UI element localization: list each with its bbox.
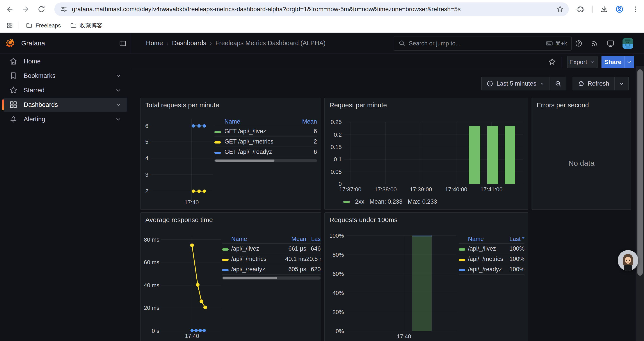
bell-icon [9, 115, 18, 124]
svg-text:17:37:00: 17:37:00 [339, 186, 361, 193]
series-name: GET /api/_/metrics [224, 138, 300, 145]
browser-menu-icon[interactable] [631, 5, 640, 14]
legend-header[interactable]: Last * [506, 236, 524, 242]
green-series-swatch [343, 201, 350, 203]
sidebar-item-alerting[interactable]: Alerting [4, 112, 127, 126]
breadcrumb-separator: › [166, 40, 168, 47]
series-legend[interactable]: 2xx Mean: 0.233 Max: 0.233 [343, 198, 437, 205]
browser-chrome: grafana.mathmast.com/d/deytv4rwavabkb/fr… [0, 0, 644, 33]
panel-total-requests: Total requests per minute 6543217:40 Nam… [140, 98, 321, 210]
average-response-chart[interactable]: 80 ms60 ms40 ms20 ms0 s17:40 [140, 233, 223, 340]
bookmark-star-icon[interactable] [556, 5, 564, 13]
legend-scrollbar[interactable] [222, 276, 321, 279]
breadcrumb-dashboards[interactable]: Dashboards [172, 40, 206, 47]
chevron-down-icon [619, 81, 624, 87]
favorite-star-icon[interactable] [547, 57, 557, 67]
panel-title[interactable]: Requests under 100ms [330, 216, 398, 224]
sidebar-item-starred[interactable]: Starred [4, 83, 127, 97]
url-text[interactable]: grafana.mathmast.com/d/deytv4rwavabkb/fr… [72, 6, 460, 13]
panel-title[interactable]: Total requests per minute [145, 101, 219, 109]
legend-header[interactable]: Las [306, 236, 321, 242]
legend-header[interactable]: Name [231, 236, 282, 242]
total-requests-chart[interactable]: 6543217:40 [140, 115, 216, 207]
legend-header[interactable]: Name [468, 236, 506, 242]
series-name: 2xx [355, 198, 364, 205]
help-icon[interactable] [574, 39, 584, 48]
no-data-message: No data [532, 159, 631, 167]
search-input[interactable] [409, 40, 546, 47]
legend-table: NameLast */api/_/livez100%/api/_/metrics… [459, 235, 524, 274]
legend-row[interactable]: GET /api/_/livez6 [214, 126, 317, 136]
site-info-icon[interactable] [60, 6, 68, 13]
profile-icon[interactable] [615, 5, 624, 14]
search-box[interactable]: ⌘+k [394, 36, 572, 51]
zoom-out-icon [554, 80, 562, 87]
legend-row[interactable]: /api/_/readyz605 µs620 [222, 264, 321, 274]
svg-text:17:41:00: 17:41:00 [480, 186, 502, 193]
request-per-minute-plot[interactable]: 0.250.20.150.10.05017:37:0017:38:0017:39… [325, 118, 528, 194]
svg-text:17:40: 17:40 [185, 333, 199, 339]
refresh-interval-button[interactable] [614, 77, 628, 90]
total-requests-plot[interactable]: 6543217:40 [140, 115, 216, 206]
panel-title[interactable]: Errors per second [536, 101, 589, 109]
sidebar-item-home[interactable]: Home [4, 54, 127, 68]
under-100ms-plot[interactable]: 100%80%60%40%20%0%17:40 [325, 233, 460, 341]
legend-row[interactable]: GET /api/_/metrics2 [214, 136, 317, 147]
legend-row[interactable]: /api/_/livez661 µs646 [222, 243, 321, 254]
legend-header[interactable]: Mean [282, 236, 306, 242]
kiosk-monitor-icon[interactable] [606, 39, 616, 48]
forward-icon[interactable] [21, 5, 30, 14]
legend-scrollbar[interactable] [214, 159, 317, 162]
request-per-minute-chart[interactable]: 0.250.20.150.10.05017:37:0017:38:0017:39… [325, 118, 528, 195]
brand-label[interactable]: Grafana [21, 40, 45, 47]
url-bar[interactable]: grafana.mathmast.com/d/deytv4rwavabkb/fr… [54, 3, 569, 16]
legend-header[interactable]: Name [224, 118, 300, 125]
series-value: 100% [506, 256, 524, 262]
zoom-out-button[interactable] [550, 77, 566, 90]
folder-icon [70, 22, 77, 29]
downloads-icon[interactable] [600, 5, 608, 14]
legend-row[interactable]: /api/_/readyz100% [459, 264, 524, 274]
grafana-logo-icon[interactable] [5, 38, 15, 49]
yellow-series-swatch [222, 259, 228, 261]
floating-assistant-avatar[interactable] [618, 250, 638, 271]
news-rss-icon[interactable] [590, 39, 599, 48]
legend-row[interactable]: /api/_/metrics100% [459, 254, 524, 264]
brand-zone: Grafana [0, 33, 130, 54]
apps-grid-icon[interactable] [5, 21, 14, 30]
sidebar-item-bookmarks[interactable]: Bookmarks [4, 69, 127, 83]
export-button[interactable]: Export [567, 56, 598, 68]
under-100ms-chart[interactable]: 100%80%60%40%20%0%17:40 [325, 233, 460, 341]
sidebar-item-dashboards[interactable]: Dashboards [4, 98, 127, 112]
svg-text:17:39:00: 17:39:00 [410, 186, 432, 193]
scrollbar-thumb[interactable] [215, 160, 274, 162]
panel-title[interactable]: Average response time [145, 216, 213, 224]
back-icon[interactable] [6, 5, 14, 14]
bookmark-item[interactable]: Freeleaps [22, 21, 64, 31]
legend-row[interactable]: /api/_/livez100% [459, 243, 524, 254]
y-axis-tick: 0.15 [330, 144, 342, 150]
series-name: /api/_/readyz [231, 266, 282, 273]
legend-header[interactable]: Mean [300, 118, 317, 125]
legend-row[interactable]: GET /api/_/readyz6 [214, 147, 317, 157]
extensions-icon[interactable] [576, 5, 585, 14]
reload-icon[interactable] [37, 5, 46, 14]
clock-icon [486, 80, 494, 87]
share-menu-button[interactable] [624, 56, 634, 68]
panel-average-response-time: Average response time 80 ms60 ms40 ms20 … [140, 212, 321, 341]
legend-row[interactable]: /api/_/metrics40.1 ms20.5 r [222, 254, 321, 264]
scrollbar-thumb[interactable] [223, 277, 277, 279]
series-value: 6 [300, 128, 317, 135]
scrollbar-thumb[interactable] [638, 69, 643, 276]
bookmark-item[interactable]: 收藏博客 [67, 20, 106, 31]
user-avatar[interactable] [622, 38, 633, 49]
time-range-picker[interactable]: Last 5 minutes [482, 77, 550, 90]
y-axis-tick: 80% [332, 251, 344, 258]
page-scrollbar[interactable] [636, 66, 644, 341]
breadcrumb-home[interactable]: Home [146, 40, 163, 47]
mega-menu-toggle-icon[interactable] [118, 39, 128, 48]
refresh-button[interactable]: Refresh [573, 77, 614, 90]
average-response-plot[interactable]: 80 ms60 ms40 ms20 ms0 s17:40 [140, 233, 223, 339]
panel-title[interactable]: Request per minute [330, 101, 387, 109]
share-button[interactable]: Share [602, 56, 624, 68]
